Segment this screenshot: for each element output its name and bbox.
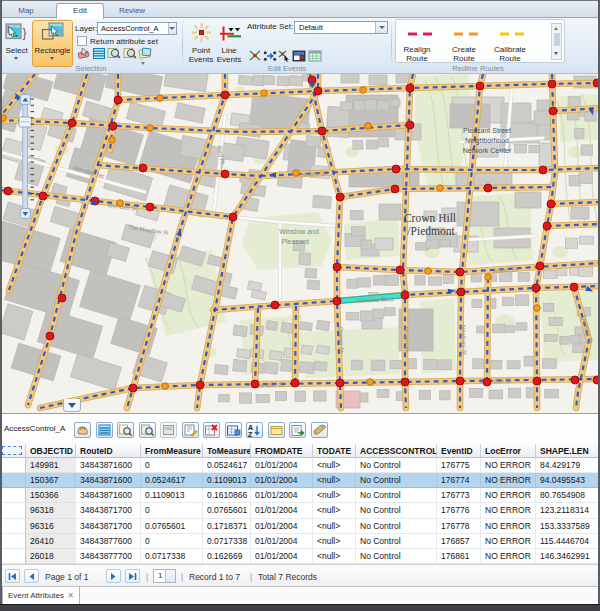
svg-text:Crown Hill: Crown Hill xyxy=(404,212,456,224)
svg-text:Pleasant Street: Pleasant Street xyxy=(463,127,511,134)
svg-text:Newbury St: Newbury St xyxy=(460,325,467,356)
svg-text:Queen St: Queen St xyxy=(338,327,346,354)
svg-text:/Piedmont: /Piedmont xyxy=(407,225,455,237)
svg-text:Piedmont: Piedmont xyxy=(403,327,411,354)
svg-text:Network Center: Network Center xyxy=(463,147,512,154)
svg-text:Z: Z xyxy=(248,431,253,438)
svg-text:Neighborhood: Neighborhood xyxy=(465,137,509,145)
svg-text:Pleasant: Pleasant xyxy=(281,238,308,245)
svg-text:}: } xyxy=(23,26,27,40)
svg-text:Winslow and: Winslow and xyxy=(279,228,319,235)
